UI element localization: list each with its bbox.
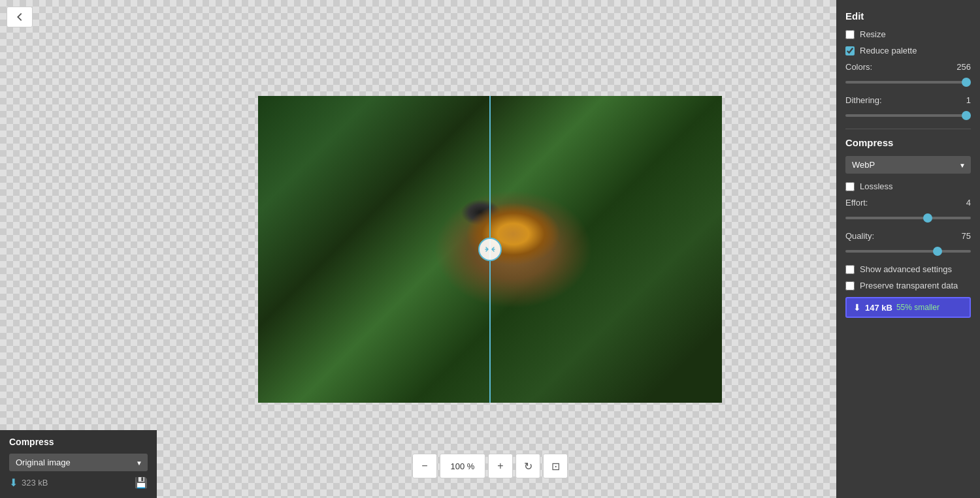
image-comparison <box>258 96 722 403</box>
zoom-level-display: 100 % <box>440 454 485 478</box>
lossless-label: Lossless <box>860 181 893 191</box>
fit-button[interactable]: ⊡ <box>543 454 568 478</box>
reduce-palette-checkbox[interactable] <box>845 46 855 55</box>
download-bar-icon: ⬇ <box>853 302 861 313</box>
effort-label: Effort: <box>845 198 868 208</box>
quality-label: Quality: <box>845 231 874 241</box>
quality-slider-row: Quality: 75 <box>845 231 971 255</box>
effort-value: 4 <box>966 198 971 208</box>
download-bar[interactable]: ⬇ 147 kB 55% smaller <box>845 297 971 318</box>
edit-section-title: Edit <box>845 10 971 22</box>
quality-slider[interactable] <box>845 250 971 253</box>
back-button[interactable] <box>7 7 33 27</box>
lossless-row: Lossless <box>845 181 971 191</box>
resize-checkbox[interactable] <box>845 30 855 39</box>
reduce-palette-row: Reduce palette <box>845 46 971 55</box>
colors-value: 256 <box>956 62 971 72</box>
compress-file-info: ⬇ 323 kB 💾 <box>9 476 148 489</box>
colors-slider-row: Colors: 256 <box>845 62 971 86</box>
canvas-area: − 100 % + ↻ ⊡ Compress Original image ▼ … <box>0 0 980 498</box>
effort-slider[interactable] <box>845 217 971 219</box>
show-advanced-label: Show advanced settings <box>860 264 952 274</box>
output-file-size: 147 kB <box>865 303 892 313</box>
preserve-transparent-checkbox[interactable] <box>845 281 855 290</box>
original-file-size: ⬇ 323 kB <box>9 476 48 489</box>
save-icon[interactable]: 💾 <box>135 476 148 489</box>
compress-panel: Compress Original image ▼ ⬇ 323 kB 💾 <box>0 430 157 498</box>
dithering-slider-row: Dithering: 1 <box>845 95 971 119</box>
quality-value: 75 <box>962 231 971 241</box>
format-select-wrap: WebP PNG JPEG GIF AVIF ▼ <box>845 156 971 174</box>
format-select[interactable]: WebP PNG JPEG GIF AVIF <box>845 156 971 174</box>
dithering-label: Dithering: <box>845 95 882 105</box>
resize-label: Resize <box>860 29 886 39</box>
lossless-checkbox[interactable] <box>845 182 855 191</box>
show-advanced-checkbox[interactable] <box>845 265 855 274</box>
resize-row: Resize <box>845 29 971 39</box>
section-divider <box>845 129 971 129</box>
colors-slider[interactable] <box>845 81 971 84</box>
download-left-icon[interactable]: ⬇ <box>9 476 18 489</box>
dithering-value: 1 <box>966 95 971 105</box>
output-savings: 55% smaller <box>896 303 939 312</box>
preserve-transparent-label: Preserve transparent data <box>860 281 958 290</box>
colors-label: Colors: <box>845 62 872 72</box>
zoom-toolbar: − 100 % + ↻ ⊡ <box>412 454 568 478</box>
source-select-wrap: Original image ▼ <box>9 454 148 471</box>
effort-slider-row: Effort: 4 <box>845 198 971 222</box>
zoom-in-button[interactable]: + <box>488 454 513 478</box>
split-handle[interactable] <box>478 238 502 261</box>
fit-icon: ⊡ <box>551 460 560 473</box>
rotate-icon: ↻ <box>524 460 532 473</box>
zoom-out-button[interactable]: − <box>412 454 437 478</box>
preserve-transparent-row: Preserve transparent data <box>845 281 971 290</box>
right-panel: Edit Resize Reduce palette Colors: 256 D… <box>836 0 980 498</box>
compress-section-title: Compress <box>845 137 971 148</box>
dithering-slider[interactable] <box>845 114 971 117</box>
compress-panel-title: Compress <box>9 437 148 447</box>
rotate-button[interactable]: ↻ <box>515 454 540 478</box>
reduce-palette-label: Reduce palette <box>860 46 917 55</box>
source-select[interactable]: Original image <box>9 454 148 471</box>
show-advanced-row: Show advanced settings <box>845 264 971 274</box>
